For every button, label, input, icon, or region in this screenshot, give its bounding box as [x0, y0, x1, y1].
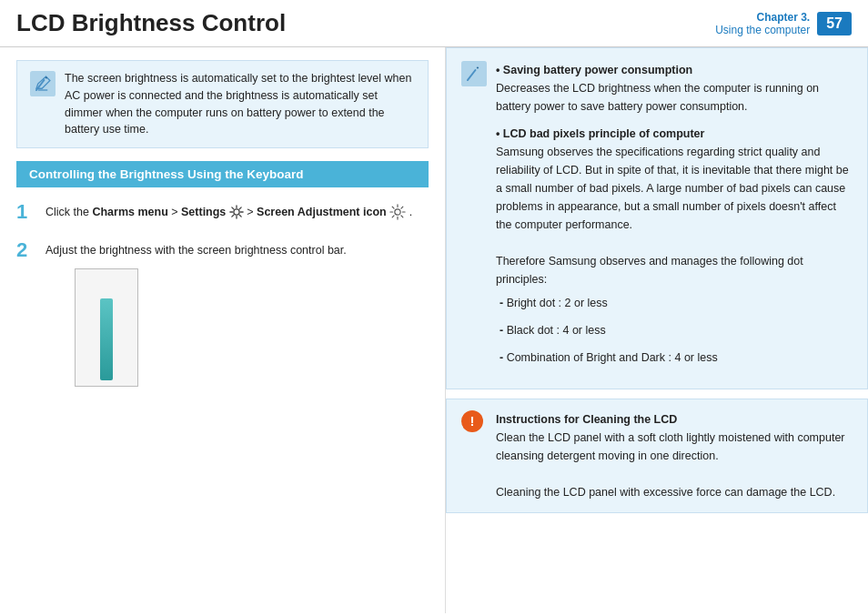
step-1-bold2: Settings	[181, 206, 226, 218]
step-2-number: 2	[16, 238, 36, 262]
left-column: The screen brightness is automatically s…	[0, 47, 446, 613]
note-icon	[30, 71, 56, 102]
page-number: 57	[817, 12, 852, 35]
svg-line-10	[401, 216, 403, 217]
svg-rect-13	[461, 61, 487, 86]
right-bullets: Saving battery power consumption Decreas…	[496, 61, 853, 376]
svg-line-12	[392, 216, 394, 217]
step-1: 1 Click the Charms menu > Settings > Scr…	[16, 200, 429, 224]
settings-gear-icon	[229, 205, 244, 219]
note-text: The screen brightness is automatically s…	[65, 70, 415, 138]
warning-icon: !	[461, 410, 487, 501]
svg-point-4	[395, 209, 400, 215]
step-2-text: Adjust the brightness with the screen br…	[45, 238, 347, 387]
chapter-sub-label: Using the computer	[715, 24, 810, 36]
right-note-icon	[461, 61, 487, 376]
warning-box: ! Instructions for Cleaning the LCD Clea…	[446, 399, 868, 513]
svg-point-3	[234, 209, 239, 215]
header-right: Chapter 3. Using the computer 57	[715, 11, 852, 36]
svg-line-11	[401, 207, 403, 208]
dash-item-1: Bright dot : 2 or less	[500, 294, 853, 312]
bullet-1-text: Decreases the LCD brightness when the co…	[496, 82, 819, 113]
step-1-number: 1	[16, 200, 36, 224]
brightness-bar	[100, 298, 113, 380]
page-title: LCD Brightness Control	[16, 9, 715, 37]
dash-list: Bright dot : 2 or less Black dot : 4 or …	[500, 294, 853, 367]
sun-icon	[389, 204, 406, 220]
bullet-2-title: LCD bad pixels principle of computer	[503, 127, 705, 140]
svg-rect-0	[30, 71, 56, 96]
chapter-label: Chapter 3.	[715, 11, 810, 24]
section-title: Controlling the Brightness Using the Key…	[16, 161, 429, 187]
dash-item-3: Combination of Bright and Dark : 4 or le…	[500, 348, 853, 367]
dash-item-2: Black dot : 4 or less	[500, 321, 853, 339]
page-header: LCD Brightness Control Chapter 3. Using …	[0, 0, 868, 47]
step-1-bold1: Charms menu	[92, 206, 167, 218]
content-area: The screen brightness is automatically s…	[0, 47, 868, 613]
right-column: Saving battery power consumption Decreas…	[446, 47, 868, 613]
step-2: 2 Adjust the brightness with the screen …	[16, 238, 429, 387]
bullet-1-title: Saving battery power consumption	[503, 64, 692, 76]
bullet-2-text2: Therefore Samsung observes and manages t…	[496, 255, 803, 286]
step-1-bold3: Screen Adjustment icon	[257, 206, 387, 218]
warning-text-2: Cleaning the LCD panel with excessive fo…	[496, 486, 835, 499]
bullet-2-text: Samsung observes the specifications rega…	[496, 146, 849, 231]
right-note-box: Saving battery power consumption Decreas…	[446, 47, 868, 389]
brightness-illustration	[75, 268, 138, 387]
svg-line-9	[392, 207, 394, 208]
warning-title: Instructions for Cleaning the LCD	[496, 413, 677, 426]
warning-circle: !	[461, 410, 483, 432]
step-1-text: Click the Charms menu > Settings > Scree…	[45, 200, 412, 221]
bullet-list: Saving battery power consumption Decreas…	[496, 61, 853, 367]
bullet-item-2: LCD bad pixels principle of computer Sam…	[496, 125, 853, 367]
note-box: The screen brightness is automatically s…	[16, 60, 429, 148]
warning-text-1: Clean the LCD panel with a soft cloth li…	[496, 431, 845, 462]
warning-content: Instructions for Cleaning the LCD Clean …	[496, 410, 853, 501]
bullet-item-1: Saving battery power consumption Decreas…	[496, 61, 853, 116]
